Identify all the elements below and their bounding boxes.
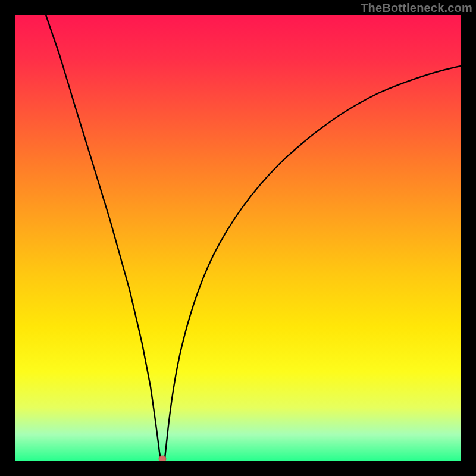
plot-area — [15, 15, 461, 461]
curve-svg — [15, 15, 461, 461]
bottleneck-curve — [46, 15, 461, 458]
minimum-marker — [159, 456, 166, 461]
chart-frame: TheBottleneck.com — [0, 0, 476, 476]
watermark: TheBottleneck.com — [361, 1, 472, 15]
